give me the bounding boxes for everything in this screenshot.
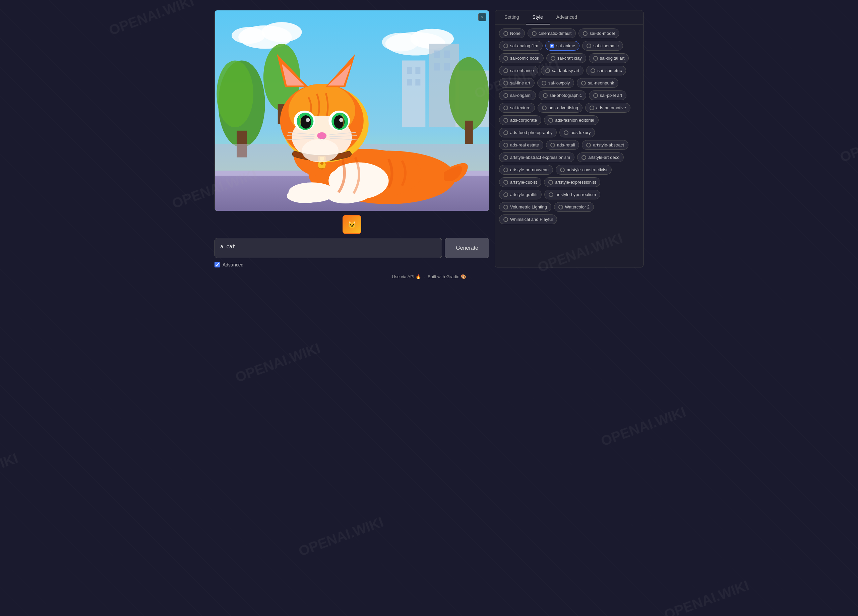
style-option-sai-craft-clay[interactable]: sai-craft clay	[546, 53, 586, 63]
style-option-ads-luxury[interactable]: ads-luxury	[560, 128, 595, 137]
style-label-artstyle-abstract-expressionism: artstyle-abstract expressionism	[510, 155, 570, 160]
style-label-sai-3d-model: sai-3d-model	[589, 31, 615, 36]
style-option-artstyle-constructivist[interactable]: artstyle-constructivist	[556, 165, 612, 174]
image-container: ×	[214, 10, 489, 211]
style-option-none[interactable]: None	[499, 28, 525, 38]
right-panel: Setting Style Advanced Nonecinematic-def…	[495, 10, 644, 268]
style-label-artstyle-graffiti: artstyle-graffiti	[510, 192, 537, 197]
svg-rect-12	[402, 61, 426, 128]
main-container: ×	[214, 10, 644, 268]
svg-rect-21	[434, 63, 440, 70]
style-label-ads-food-photography: ads-food photography	[510, 130, 552, 135]
built-link[interactable]: Built with Gradio 🎨	[427, 274, 466, 279]
style-radio-cinematic-default	[532, 31, 536, 36]
svg-point-66	[320, 162, 323, 165]
style-option-sai-pixel-art[interactable]: sai-pixel art	[589, 90, 626, 100]
style-option-sai-isometric[interactable]: sai-isometric	[586, 66, 626, 75]
style-option-artstyle-abstract-expressionism[interactable]: artstyle-abstract expressionism	[499, 152, 574, 162]
style-option-whimsical-and-playful[interactable]: Whimsical and Playful	[499, 215, 557, 224]
generate-button[interactable]: Generate	[445, 238, 489, 258]
style-label-ads-automotive: ads-automotive	[596, 105, 626, 110]
style-option-ads-automotive[interactable]: ads-automotive	[585, 103, 630, 113]
style-option-artstyle-graffiti[interactable]: artstyle-graffiti	[499, 190, 542, 199]
style-option-ads-fashion-editorial[interactable]: ads-fashion editorial	[544, 115, 598, 125]
style-radio-ads-advertising	[542, 106, 547, 110]
style-label-sai-photographic: sai-photographic	[550, 93, 582, 98]
style-option-artstyle-art-deco[interactable]: artstyle-art deco	[577, 152, 624, 162]
style-option-sai-digital-art[interactable]: sai-digital art	[589, 53, 629, 63]
style-option-sai-photographic[interactable]: sai-photographic	[539, 90, 586, 100]
style-option-sai-neonpunk[interactable]: sai-neonpunk	[577, 78, 619, 88]
api-link[interactable]: Use via API 🔥	[392, 274, 421, 279]
style-radio-watercolor-2	[558, 205, 563, 210]
style-label-sai-comic-book: sai-comic book	[510, 56, 539, 61]
style-option-sai-origami[interactable]: sai-origami	[499, 90, 536, 100]
style-option-artstyle-abstract[interactable]: artstyle-abstract	[582, 140, 628, 150]
style-option-ads-food-photography[interactable]: ads-food photography	[499, 128, 557, 137]
tab-advanced[interactable]: Advanced	[550, 10, 584, 25]
style-label-sai-line-art: sai-line art	[510, 81, 530, 86]
advanced-checkbox[interactable]	[214, 262, 220, 268]
style-radio-sai-origami	[504, 93, 508, 98]
svg-point-36	[287, 188, 324, 203]
style-option-sai-texture[interactable]: sai-texture	[499, 103, 535, 113]
style-label-sai-lowpoly: sai-lowpoly	[548, 81, 570, 86]
style-option-sai-analog-film[interactable]: sai-analog film	[499, 41, 542, 51]
style-label-ads-corporate: ads-corporate	[510, 118, 537, 123]
close-button[interactable]: ×	[478, 13, 486, 21]
style-panel: Nonecinematic-defaultsai-3d-modelsai-ana…	[495, 25, 643, 267]
style-label-sai-pixel-art: sai-pixel art	[600, 93, 622, 98]
style-radio-sai-neonpunk	[581, 81, 586, 86]
svg-rect-17	[407, 79, 412, 86]
style-option-artstyle-hyperrealism[interactable]: artstyle-hyperrealism	[544, 190, 600, 199]
style-option-ads-corporate[interactable]: ads-corporate	[499, 115, 541, 125]
style-radio-artstyle-abstract-expressionism	[504, 155, 508, 160]
style-label-cinematic-default: cinematic-default	[539, 31, 572, 36]
cat-illustration	[215, 10, 489, 211]
style-radio-artstyle-art-deco	[581, 155, 586, 160]
style-option-cinematic-default[interactable]: cinematic-default	[527, 28, 576, 38]
svg-point-51	[306, 118, 310, 122]
style-option-sai-fantasy-art[interactable]: sai-fantasy art	[541, 66, 584, 75]
style-option-sai-cinematic[interactable]: sai-cinematic	[582, 41, 623, 51]
style-label-sai-neonpunk: sai-neonpunk	[588, 81, 614, 86]
style-radio-sai-enhance	[504, 68, 508, 73]
footer: Use via API 🔥 · Built with Gradio 🎨	[392, 274, 466, 279]
style-label-sai-isometric: sai-isometric	[597, 68, 622, 73]
style-option-artstyle-expressionist[interactable]: artstyle-expressionist	[544, 177, 600, 187]
style-option-artstyle-cubist[interactable]: artstyle-cubist	[499, 177, 541, 187]
gradio-icon: 🎨	[461, 274, 466, 279]
style-option-watercolor-2[interactable]: Watercolor 2	[554, 202, 594, 212]
style-option-sai-enhance[interactable]: sai-enhance	[499, 66, 538, 75]
tab-style[interactable]: Style	[526, 10, 550, 25]
style-option-ads-retail[interactable]: ads-retail	[546, 140, 579, 150]
style-option-ads-real-estate[interactable]: ads-real estate	[499, 140, 543, 150]
style-label-artstyle-hyperrealism: artstyle-hyperrealism	[555, 192, 596, 197]
style-radio-ads-fashion-editorial	[548, 118, 553, 123]
style-option-sai-lowpoly[interactable]: sai-lowpoly	[537, 78, 574, 88]
style-option-sai-3d-model[interactable]: sai-3d-model	[578, 28, 619, 38]
image-thumbnail[interactable]: 🐱	[342, 215, 361, 234]
style-radio-sai-lowpoly	[542, 81, 546, 86]
style-label-sai-digital-art: sai-digital art	[600, 56, 625, 61]
style-label-sai-analog-film: sai-analog film	[510, 43, 538, 48]
style-option-sai-anime[interactable]: sai-anime	[545, 41, 580, 51]
svg-point-50	[301, 115, 311, 129]
style-radio-artstyle-cubist	[504, 180, 508, 185]
prompt-input[interactable]: a cat	[214, 238, 442, 258]
style-option-sai-comic-book[interactable]: sai-comic book	[499, 53, 544, 63]
style-radio-ads-real-estate	[504, 143, 508, 148]
tabs-row: Setting Style Advanced	[495, 10, 643, 25]
style-option-sai-line-art[interactable]: sai-line art	[499, 78, 535, 88]
style-option-ads-advertising[interactable]: ads-advertising	[538, 103, 583, 113]
tab-setting[interactable]: Setting	[498, 10, 526, 25]
style-label-ads-luxury: ads-luxury	[570, 130, 591, 135]
style-radio-none	[504, 31, 508, 36]
style-label-ads-retail: ads-retail	[557, 142, 575, 148]
style-radio-whimsical-and-playful	[504, 217, 508, 222]
style-option-volumetric-lighting[interactable]: Volumetric Lighting	[499, 202, 551, 212]
advanced-label: Advanced	[222, 262, 243, 268]
style-option-artstyle-art-nouveau[interactable]: artstyle-art nouveau	[499, 165, 553, 174]
style-label-ads-fashion-editorial: ads-fashion editorial	[555, 118, 594, 123]
api-icon: 🔥	[416, 274, 421, 279]
